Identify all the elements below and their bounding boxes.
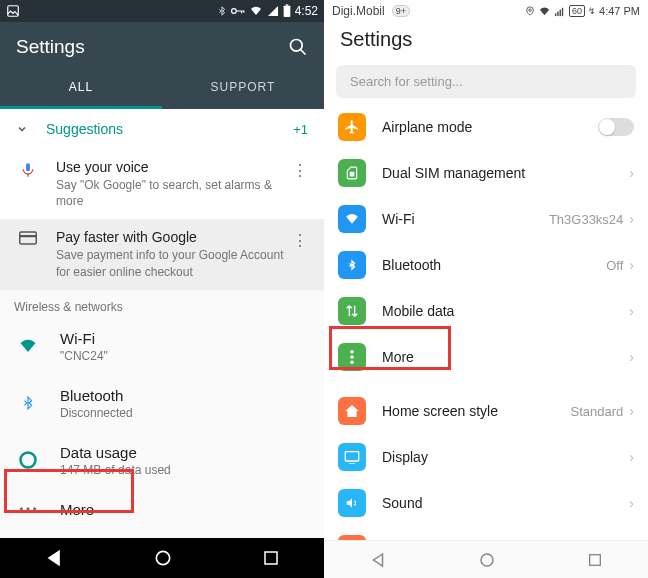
wifi-icon — [538, 6, 551, 17]
page-title: Settings — [340, 28, 632, 51]
svg-point-12 — [156, 551, 169, 564]
bluetooth-icon — [217, 4, 227, 18]
card-icon — [16, 231, 40, 245]
battery-icon — [283, 4, 291, 18]
bluetooth-icon — [16, 393, 40, 413]
svg-point-1 — [231, 9, 236, 14]
nav-bar — [0, 538, 324, 578]
page-title: Settings — [16, 36, 85, 58]
item-bluetooth[interactable]: Bluetooth Off › — [324, 242, 648, 288]
item-more[interactable]: More › — [324, 334, 648, 380]
svg-point-9 — [20, 508, 23, 511]
svg-rect-18 — [562, 7, 563, 15]
svg-rect-3 — [285, 4, 288, 5]
search-icon[interactable] — [288, 37, 308, 57]
item-display[interactable]: Display › — [324, 434, 648, 480]
data-usage-icon — [16, 450, 40, 470]
display-icon — [338, 443, 366, 471]
svg-rect-25 — [589, 554, 600, 565]
item-dualsim[interactable]: Dual SIM management › — [324, 150, 648, 196]
recents-icon[interactable] — [262, 549, 280, 567]
chevron-right-icon: › — [629, 449, 634, 465]
item-label: Airplane mode — [382, 119, 598, 135]
location-icon — [525, 5, 535, 17]
overflow-icon[interactable]: ⋮ — [288, 229, 312, 252]
svg-rect-19 — [350, 172, 355, 177]
sim-icon — [338, 159, 366, 187]
suggestions-header[interactable]: Suggestions +1 — [0, 109, 324, 149]
svg-rect-17 — [560, 9, 561, 15]
key-icon — [231, 6, 245, 16]
svg-point-10 — [26, 508, 29, 511]
airplane-icon — [338, 113, 366, 141]
recents-icon[interactable] — [587, 552, 603, 568]
svg-rect-0 — [8, 6, 19, 17]
svg-point-14 — [529, 9, 532, 11]
svg-rect-23 — [345, 452, 358, 461]
svg-rect-5 — [26, 163, 30, 171]
item-wifi[interactable]: Wi-Fi "CNC24" — [0, 318, 324, 375]
item-wifi[interactable]: Wi-Fi Th3G33ks24 › — [324, 196, 648, 242]
section-wireless: Wireless & networks — [0, 290, 324, 318]
item-more[interactable]: More — [0, 489, 324, 530]
search-placeholder: Search for setting... — [350, 74, 463, 89]
carrier-label: Digi.Mobil — [332, 4, 385, 18]
home-icon[interactable] — [478, 551, 496, 569]
item-value: Standard — [571, 404, 624, 419]
mic-icon — [16, 161, 40, 179]
chevron-right-icon: › — [629, 495, 634, 511]
item-mobiledata[interactable]: Mobile data › — [324, 288, 648, 334]
suggestions-label: Suggestions — [46, 121, 293, 137]
card-title: Pay faster with Google — [56, 229, 288, 245]
tab-support[interactable]: SUPPORT — [162, 68, 324, 109]
svg-point-21 — [350, 355, 354, 359]
item-value: Off — [606, 258, 623, 273]
signal-icon — [267, 5, 279, 17]
phone-stock-android: 4:52 Settings ALL SUPPORT Suggestions +1… — [0, 0, 324, 578]
item-airplane[interactable]: Airplane mode — [324, 104, 648, 150]
airplane-toggle[interactable] — [598, 118, 634, 136]
svg-rect-7 — [20, 235, 37, 237]
item-label: Display — [382, 449, 629, 465]
item-sound[interactable]: Sound › — [324, 480, 648, 526]
tab-all[interactable]: ALL — [0, 68, 162, 109]
item-homescreen[interactable]: Home screen style Standard › — [324, 388, 648, 434]
item-value: Th3G33ks24 — [549, 212, 623, 227]
card-subtitle: Save payment info to your Google Account… — [56, 247, 288, 279]
item-bluetooth[interactable]: Bluetooth Disconnected — [0, 375, 324, 432]
more-vert-icon — [338, 343, 366, 371]
search-input[interactable]: Search for setting... — [336, 65, 636, 98]
back-icon[interactable] — [44, 548, 64, 568]
chevron-down-icon — [16, 123, 28, 135]
item-data-usage[interactable]: Data usage 147 MB of data used — [0, 432, 324, 489]
item-label: More — [382, 349, 629, 365]
item-title: Data usage — [60, 444, 308, 461]
overflow-icon[interactable]: ⋮ — [288, 159, 312, 182]
notification-count-badge: 9+ — [392, 5, 410, 17]
svg-point-20 — [350, 350, 354, 354]
svg-rect-15 — [555, 13, 556, 16]
back-icon[interactable] — [369, 551, 387, 569]
svg-rect-13 — [265, 552, 277, 564]
chevron-right-icon: › — [629, 403, 634, 419]
app-bar: Settings ALL SUPPORT — [0, 22, 324, 109]
mobiledata-icon — [338, 297, 366, 325]
svg-rect-16 — [557, 11, 558, 16]
nav-bar — [324, 540, 648, 578]
item-title: Bluetooth — [60, 387, 308, 404]
item-label: Home screen style — [382, 403, 571, 419]
card-use-voice[interactable]: Use your voice Say "Ok Google" to search… — [0, 149, 324, 219]
phone-emui: Digi.Mobil 9+ 60 ↯ 4:47 PM Settings Sear… — [324, 0, 648, 578]
svg-point-8 — [21, 453, 36, 468]
item-label: Bluetooth — [382, 257, 606, 273]
item-label: Mobile data — [382, 303, 629, 319]
home-icon[interactable] — [153, 548, 173, 568]
item-subtitle: Disconnected — [60, 406, 308, 420]
battery-icon: 60 — [569, 5, 585, 17]
card-pay-google[interactable]: Pay faster with Google Save payment info… — [0, 219, 324, 289]
picture-icon — [6, 4, 20, 18]
svg-rect-6 — [20, 232, 37, 244]
suggestions-badge: +1 — [293, 122, 308, 137]
chevron-right-icon: › — [629, 257, 634, 273]
item-title: More — [60, 501, 308, 518]
